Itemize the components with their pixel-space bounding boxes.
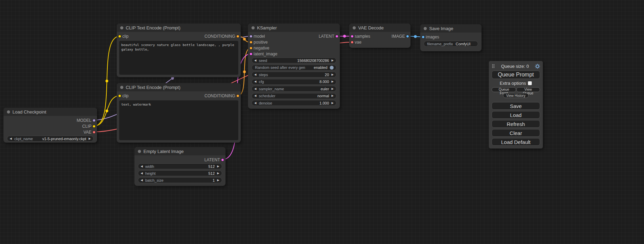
- widget-cfg[interactable]: ◀ cfg 8.000 ▶: [252, 79, 336, 85]
- increment-arrow-icon[interactable]: ▶: [217, 172, 219, 175]
- node-vae-decode[interactable]: VAE Decode samples IMAGE vae: [349, 24, 411, 48]
- vae-input-dot[interactable]: [351, 40, 354, 44]
- node-empty-latent-image[interactable]: Empty Latent Image LATENT ◀ width 512 ▶ …: [134, 147, 226, 186]
- increment-arrow-icon[interactable]: ▶: [332, 88, 334, 90]
- extra-options-label: Extra options: [500, 81, 526, 86]
- increment-arrow-icon[interactable]: ▶: [217, 179, 219, 182]
- collapse-dot-icon[interactable]: [7, 110, 10, 114]
- conditioning-output-dot[interactable]: [236, 35, 239, 38]
- collapse-dot-icon[interactable]: [353, 26, 356, 29]
- node-titlebar[interactable]: KSampler: [248, 24, 340, 32]
- queue-prompt-button[interactable]: Queue Prompt: [492, 71, 540, 79]
- widget-label: steps: [259, 73, 268, 77]
- increment-arrow-icon[interactable]: ▶: [217, 165, 219, 168]
- queue-front-button[interactable]: Queue Front: [492, 87, 516, 92]
- slot-label: CONDITIONING: [204, 93, 235, 98]
- decrement-arrow-icon[interactable]: ◀: [254, 59, 256, 62]
- widget-batch-size[interactable]: ◀ batch_size 1 ▶: [138, 177, 222, 183]
- widget-width[interactable]: ◀ width 512 ▶: [138, 163, 222, 169]
- prev-arrow-icon[interactable]: ◀: [10, 137, 12, 140]
- widget-filename-prefix[interactable]: filename_prefix ComfyUI: [424, 41, 478, 47]
- widget-label: filename_prefix: [427, 42, 453, 46]
- widget-denoise[interactable]: ◀ denoise 1.000 ▶: [252, 100, 336, 106]
- collapse-dot-icon[interactable]: [120, 86, 123, 89]
- positive-input-dot[interactable]: [249, 40, 253, 44]
- widget-steps[interactable]: ◀ steps 20 ▶: [252, 72, 336, 78]
- node-title: VAE Decode: [358, 25, 383, 30]
- latent-output-dot[interactable]: [221, 158, 224, 161]
- node-clip-text-encode-positive[interactable]: CLIP Text Encode (Prompt) clip CONDITION…: [117, 24, 241, 77]
- clear-button[interactable]: Clear: [492, 129, 540, 137]
- node-clip-text-encode-negative[interactable]: CLIP Text Encode (Prompt) clip CONDITION…: [117, 83, 241, 143]
- input-slot-latent-image: latent_image: [248, 51, 340, 57]
- slot-label: latent_image: [254, 52, 277, 56]
- view-queue-button[interactable]: View Queue: [516, 87, 540, 92]
- increment-arrow-icon[interactable]: ▶: [332, 73, 334, 76]
- increment-arrow-icon[interactable]: ▶: [332, 59, 334, 62]
- view-history-button[interactable]: View History: [503, 93, 528, 98]
- extra-options-checkbox[interactable]: [528, 81, 532, 85]
- input-slot-images: images: [420, 34, 482, 40]
- widget-height[interactable]: ◀ height 512 ▶: [138, 170, 222, 176]
- widget-sampler-name[interactable]: ◀ sampler_name euler ▶: [252, 86, 336, 92]
- widget-value: v1-5-pruned-emaonly.ckpt: [42, 137, 86, 141]
- node-titlebar[interactable]: CLIP Text Encode (Prompt): [117, 83, 241, 91]
- node-titlebar[interactable]: Save Image: [420, 24, 482, 33]
- widget-ckpt-name[interactable]: ◀ ckpt_name v1-5-pruned-emaonly.ckpt ▶: [7, 136, 94, 142]
- node-save-image[interactable]: Save Image images filename_prefix ComfyU…: [420, 24, 482, 51]
- images-input-dot[interactable]: [422, 35, 425, 38]
- graph-canvas[interactable]: { "icons": { "dec": "◀", "inc": "▶" }, "…: [0, 0, 644, 244]
- collapse-dot-icon[interactable]: [138, 150, 141, 153]
- decrement-arrow-icon[interactable]: ◀: [141, 172, 143, 175]
- collapse-dot-icon[interactable]: [424, 27, 427, 30]
- decrement-arrow-icon[interactable]: ◀: [254, 80, 256, 83]
- widget-label: scheduler: [259, 94, 275, 98]
- decrement-arrow-icon[interactable]: ◀: [254, 94, 256, 97]
- node-load-checkpoint[interactable]: Load Checkpoint MODEL CLIP VAE ◀ ckpt_na…: [3, 108, 97, 143]
- collapse-dot-icon[interactable]: [120, 26, 123, 29]
- link-conditioning-negative-midpoint-dot: [243, 71, 246, 73]
- link-model-midpoint-dot: [171, 77, 174, 80]
- clip-output-dot[interactable]: [92, 125, 96, 128]
- conditioning-output-dot[interactable]: [236, 94, 239, 97]
- collapse-dot-icon[interactable]: [252, 26, 255, 29]
- slot-label: vae: [355, 40, 361, 45]
- toggle-knob-icon[interactable]: [330, 66, 334, 70]
- node-ksampler[interactable]: KSampler model LATENT positive negative …: [248, 24, 340, 109]
- positive-prompt-textarea[interactable]: beautiful scenery nature glass bottle la…: [119, 41, 238, 75]
- clip-input-dot[interactable]: [118, 94, 121, 97]
- model-input-dot[interactable]: [249, 35, 253, 38]
- drag-handle-icon[interactable]: [492, 64, 495, 69]
- load-default-button[interactable]: Load Default: [492, 138, 540, 146]
- refresh-button[interactable]: Refresh: [492, 120, 540, 128]
- clip-input-dot[interactable]: [118, 35, 121, 38]
- negative-prompt-textarea[interactable]: text, watermark: [119, 100, 238, 140]
- negative-input-dot[interactable]: [249, 46, 253, 49]
- model-output-dot[interactable]: [92, 119, 96, 122]
- node-titlebar[interactable]: Empty Latent Image: [134, 147, 226, 155]
- decrement-arrow-icon[interactable]: ◀: [141, 179, 143, 182]
- settings-gear-icon[interactable]: [535, 64, 540, 69]
- image-output-dot[interactable]: [406, 35, 409, 38]
- widget-seed[interactable]: ◀ seed 156680208700286 ▶: [252, 57, 336, 63]
- decrement-arrow-icon[interactable]: ◀: [254, 88, 256, 90]
- load-button[interactable]: Load: [492, 111, 540, 119]
- samples-input-dot[interactable]: [351, 35, 354, 38]
- latent-output-dot[interactable]: [335, 35, 338, 38]
- increment-arrow-icon[interactable]: ▶: [332, 94, 334, 97]
- widget-random-seed-toggle[interactable]: Random seed after every gen enabled: [252, 65, 336, 71]
- decrement-arrow-icon[interactable]: ◀: [254, 102, 256, 105]
- save-button[interactable]: Save: [492, 102, 540, 110]
- latent-image-input-dot[interactable]: [249, 52, 253, 55]
- node-titlebar[interactable]: CLIP Text Encode (Prompt): [117, 24, 241, 32]
- widget-scheduler[interactable]: ◀ scheduler normal ▶: [252, 93, 336, 99]
- decrement-arrow-icon[interactable]: ◀: [254, 73, 256, 76]
- increment-arrow-icon[interactable]: ▶: [332, 102, 334, 105]
- vae-output-dot[interactable]: [92, 130, 96, 134]
- slot-label: samples: [355, 34, 370, 39]
- increment-arrow-icon[interactable]: ▶: [332, 80, 334, 83]
- node-titlebar[interactable]: VAE Decode: [349, 24, 411, 32]
- node-titlebar[interactable]: Load Checkpoint: [3, 108, 97, 116]
- decrement-arrow-icon[interactable]: ◀: [141, 165, 143, 168]
- next-arrow-icon[interactable]: ▶: [89, 137, 91, 140]
